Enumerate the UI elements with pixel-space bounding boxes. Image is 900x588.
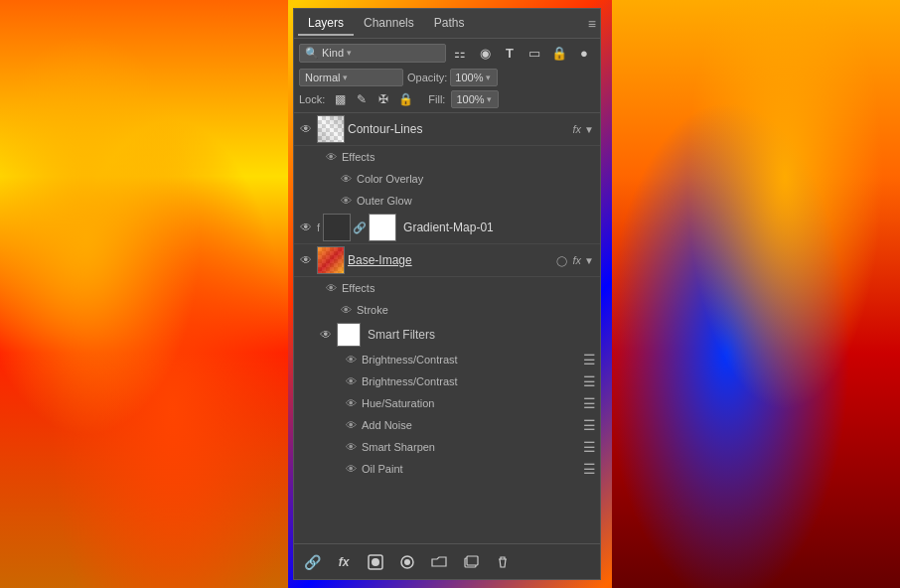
sub-brightness-contrast-2[interactable]: 👁 Brightness/Contrast ☰ (294, 370, 600, 392)
sharpen-settings-icon[interactable]: ☰ (583, 439, 596, 455)
link-gradient-map: 🔗 (352, 220, 368, 235)
type-filter-btn[interactable]: T (499, 42, 521, 64)
new-layer-button[interactable] (459, 550, 483, 574)
eye-noise[interactable]: 👁 (344, 418, 358, 432)
sub-oil-paint[interactable]: 👁 Oil Paint ☰ (294, 458, 600, 480)
lock-all-btn[interactable]: 🔒 (396, 90, 414, 108)
svg-point-1 (372, 558, 379, 566)
blend-mode-row: Normal ▾ Opacity: 100% ▾ (294, 67, 600, 88)
noise-settings-icon[interactable]: ☰ (583, 417, 596, 433)
bc2-label: Brightness/Contrast (362, 375, 458, 387)
tab-layers[interactable]: Layers (298, 12, 354, 36)
eye-outer-glow[interactable]: 👁 (339, 194, 353, 208)
expand-contour-lines[interactable]: ▼ (584, 124, 596, 135)
noise-label: Add Noise (362, 419, 412, 431)
fill-label: Fill: (428, 93, 445, 105)
lock-pixels-btn[interactable]: ✎ (353, 90, 371, 108)
blend-mode-dropdown[interactable]: Normal ▾ (299, 69, 403, 86)
image-filter-btn[interactable]: ⚏ (449, 42, 471, 64)
thumbnail-smart-filters (337, 323, 361, 347)
sub-hue-saturation[interactable]: 👁 Hue/Saturation ☰ (294, 392, 600, 414)
filter-toolbar-row: 🔍 Kind ▾ ⚏ ◉ T ▭ 🔒 ● (294, 39, 600, 67)
lock-row: Lock: ▩ ✎ ✠ 🔒 Fill: 100% ▾ (294, 88, 600, 113)
add-mask-button[interactable] (364, 550, 387, 574)
eye-sharpen[interactable]: 👁 (344, 440, 358, 454)
new-group-button[interactable] (427, 550, 451, 574)
layer-gradient-map[interactable]: 👁 f 🔗 Gradient-Map-01 (294, 212, 600, 244)
visibility-gradient-map[interactable]: 👁 (298, 220, 314, 235)
link-layers-button[interactable]: 🔗 (300, 550, 324, 574)
hs-label: Hue/Saturation (362, 397, 434, 409)
color-overlay-label: Color Overlay (357, 173, 423, 185)
sub-effects-header-contour: 👁 Effects (294, 146, 600, 168)
bc1-label: Brightness/Contrast (362, 354, 458, 366)
sub-color-overlay[interactable]: 👁 Color Overlay (294, 168, 600, 190)
layer-base-image[interactable]: 👁 Base-Image ◯ fx ▼ (294, 244, 600, 277)
eye-bc1[interactable]: 👁 (344, 353, 358, 367)
oil-label: Oil Paint (362, 463, 403, 475)
sub-effects-header-base: 👁 Effects (294, 277, 600, 299)
panel-menu-icon[interactable]: ≡ (588, 16, 596, 32)
base-image-icons: ◯ fx ▼ (556, 254, 596, 266)
gradient-map-f-badge: f (317, 221, 320, 233)
name-contour-lines: Contour-Lines (348, 122, 567, 136)
eye-effects-base[interactable]: 👁 (324, 281, 338, 295)
blend-mode-label: Normal (305, 72, 340, 83)
layers-panel: Layers Channels Paths ≡ 🔍 Kind ▾ ⚏ ◉ T ▭… (293, 8, 601, 580)
kind-filter-dropdown[interactable]: 🔍 Kind ▾ (299, 44, 446, 63)
search-icon: 🔍 (305, 47, 319, 60)
bc1-settings-icon[interactable]: ☰ (583, 352, 596, 368)
name-gradient-map: Gradient-Map-01 (403, 220, 596, 234)
blend-mode-chevron: ▾ (343, 73, 348, 82)
smart-filter-btn[interactable]: 🔒 (548, 42, 570, 64)
fx-badge-base-image: fx (572, 254, 581, 266)
eye-stroke[interactable]: 👁 (339, 303, 353, 317)
eye-hs[interactable]: 👁 (344, 396, 358, 410)
circle-icon-base: ◯ (556, 255, 567, 266)
sub-brightness-contrast-1[interactable]: 👁 Brightness/Contrast ☰ (294, 349, 600, 370)
fx-badge-contour-lines: fx (572, 123, 581, 135)
add-fx-button[interactable]: fx (332, 550, 356, 574)
eye-effects-contour[interactable]: 👁 (324, 150, 338, 164)
visibility-base-image[interactable]: 👁 (298, 252, 314, 268)
fill-value: 100% (456, 93, 484, 105)
effects-label-contour: Effects (342, 151, 375, 163)
new-adjustment-button[interactable] (395, 550, 419, 574)
fill-input[interactable]: 100% ▾ (451, 90, 499, 108)
lock-transparent-btn[interactable]: ▩ (331, 90, 349, 108)
sub-outer-glow[interactable]: 👁 Outer Glow (294, 190, 600, 212)
bc2-settings-icon[interactable]: ☰ (583, 373, 596, 389)
sub-add-noise[interactable]: 👁 Add Noise ☰ (294, 414, 600, 436)
thumbnail-contour-lines (317, 115, 345, 143)
sub-smart-sharpen[interactable]: 👁 Smart Sharpen ☰ (294, 436, 600, 458)
thumbnail-gradient-map-white (369, 214, 396, 241)
thumbnail-base-image (317, 246, 345, 274)
adjustment-filter-btn[interactable]: ◉ (474, 42, 496, 64)
tab-paths[interactable]: Paths (424, 12, 475, 36)
eye-bc2[interactable]: 👁 (344, 374, 358, 388)
fill-chevron: ▾ (487, 94, 492, 104)
opacity-label: Opacity: (407, 72, 447, 83)
smart-filters-row: 👁 Smart Filters (294, 321, 600, 349)
expand-base-image[interactable]: ▼ (584, 255, 596, 266)
oil-settings-icon[interactable]: ☰ (583, 461, 596, 477)
shape-filter-btn[interactable]: ▭ (524, 42, 545, 64)
hs-settings-icon[interactable]: ☰ (583, 395, 596, 411)
dot-filter-btn[interactable]: ● (573, 42, 595, 64)
kind-label: Kind (322, 47, 344, 59)
sub-stroke[interactable]: 👁 Stroke (294, 299, 600, 321)
eye-oil[interactable]: 👁 (344, 462, 358, 476)
thumbnail-gradient-map-dark (323, 214, 351, 241)
opacity-input[interactable]: 100% ▾ (450, 69, 498, 86)
eye-color-overlay[interactable]: 👁 (339, 172, 353, 186)
lock-label: Lock: (299, 93, 325, 105)
layer-contour-lines[interactable]: 👁 Contour-Lines fx ▼ (294, 113, 600, 146)
visibility-contour-lines[interactable]: 👁 (298, 121, 314, 137)
visibility-smart-filters[interactable]: 👁 (318, 327, 334, 343)
lock-position-btn[interactable]: ✠ (375, 90, 392, 108)
tab-channels[interactable]: Channels (354, 12, 424, 36)
bg-left-art (0, 0, 288, 588)
stroke-label: Stroke (357, 304, 388, 316)
delete-layer-button[interactable] (491, 550, 515, 574)
svg-point-3 (404, 559, 410, 565)
